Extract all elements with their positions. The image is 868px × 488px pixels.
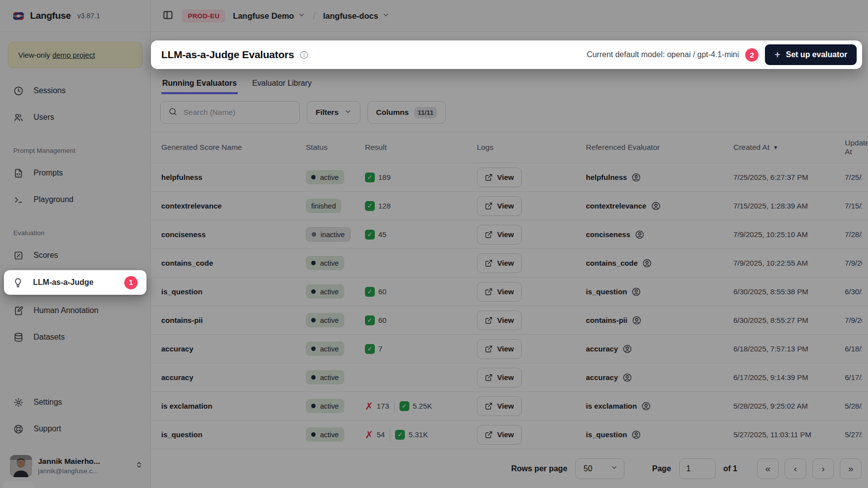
search-input[interactable]: [183, 108, 292, 117]
status-badge: active: [306, 399, 344, 413]
first-page-button[interactable]: «: [757, 458, 779, 479]
view-logs-button[interactable]: View: [477, 168, 522, 187]
page-number-input[interactable]: 1: [679, 458, 716, 479]
status-cell: active: [306, 399, 365, 413]
sidebar-item-human-annotation[interactable]: Human Annotation: [0, 299, 150, 322]
view-logs-button[interactable]: View: [477, 368, 522, 387]
table-row[interactable]: contains-piiactive✓60Viewcontains-pii6/3…: [151, 306, 868, 334]
referenced-evaluator[interactable]: contains-pii: [586, 315, 642, 325]
pass-check-icon: ✓: [365, 344, 375, 354]
table-row[interactable]: concisenessinactive✓45Viewconciseness7/9…: [151, 220, 868, 248]
clipboard-pen-icon: [13, 306, 24, 316]
avatar: [10, 455, 32, 477]
referenced-evaluator[interactable]: contextrelevance: [586, 201, 661, 211]
status-cell: active: [306, 342, 365, 356]
sidebar-item-settings[interactable]: Settings: [0, 390, 150, 414]
sidebar-section: EvaluationScoresLLM-as-a-Judge1Human Ann…: [0, 214, 150, 352]
pass-check-icon: ✓: [365, 173, 375, 182]
column-header-referenced-evaluator[interactable]: Referenced Evaluator: [586, 143, 733, 152]
status-dot: [311, 289, 316, 294]
column-header-result[interactable]: Result: [365, 143, 477, 152]
view-logs-button[interactable]: View: [477, 253, 522, 273]
referenced-evaluator[interactable]: is_question: [586, 430, 641, 440]
view-logs-button[interactable]: View: [477, 311, 522, 330]
prev-page-button[interactable]: ‹: [785, 458, 806, 479]
column-header-logs[interactable]: Logs: [477, 143, 586, 152]
referenced-evaluator[interactable]: contains_code: [586, 258, 652, 268]
sidebar-item-users[interactable]: Users: [0, 105, 150, 129]
view-logs-button[interactable]: View: [477, 425, 522, 445]
sidebar-section-label-evaluation: Evaluation: [0, 229, 150, 237]
columns-button[interactable]: Columns 11/11: [367, 101, 446, 124]
table-row[interactable]: is_questionactive✓60Viewis_question6/30/…: [151, 277, 868, 306]
breadcrumb-separator: /: [313, 10, 316, 22]
sidebar-item-datasets[interactable]: Datasets: [0, 325, 150, 349]
column-header-status[interactable]: Status: [306, 143, 365, 152]
referenced-evaluator[interactable]: is_question: [586, 287, 641, 297]
chat-widget-sliver[interactable]: [3, 481, 35, 488]
score-name-cell: is_question: [151, 430, 306, 439]
user-meta: Jannik Maierho... jannik@langfuse.c...: [38, 457, 129, 475]
column-header-created-at[interactable]: Created At▼: [733, 143, 845, 152]
referenced-evaluator[interactable]: accuracy: [586, 344, 632, 354]
view-logs-button[interactable]: View: [477, 196, 522, 216]
user-email: jannik@langfuse.c...: [38, 467, 129, 475]
sidebar-item-playground[interactable]: Playground: [0, 188, 150, 211]
sidebar-item-llm-as-a-judge[interactable]: LLM-as-a-Judge1: [4, 270, 146, 295]
created-at-cell: 6/30/2025, 8:55:38 PM: [733, 287, 845, 296]
view-label: View: [497, 345, 514, 353]
last-page-button[interactable]: »: [840, 458, 862, 479]
sidebar-item-support[interactable]: Support: [0, 417, 150, 441]
sidebar-item-prompts[interactable]: Prompts: [0, 161, 150, 185]
status-dot: [312, 232, 316, 237]
next-page-button[interactable]: ›: [812, 458, 834, 479]
view-logs-button[interactable]: View: [477, 339, 522, 359]
referenced-evaluator-name: helpfulness: [586, 173, 627, 181]
referenced-evaluator[interactable]: helpfulness: [586, 173, 641, 182]
pagination-nav: «‹›»: [757, 458, 862, 479]
referenced-evaluator[interactable]: accuracy: [586, 373, 632, 383]
table-row[interactable]: accuracyactiveViewaccuracy6/17/2025, 9:1…: [151, 363, 868, 391]
org-switcher[interactable]: Langfuse Demo: [233, 11, 305, 21]
table-row[interactable]: is_questionactive✗54✓5.31KViewis_questio…: [151, 420, 868, 449]
tab-evaluator-library[interactable]: Evaluator Library: [251, 76, 313, 94]
table-row[interactable]: helpfulnessactive✓189Viewhelpfulness7/25…: [151, 163, 868, 191]
rows-per-page-select[interactable]: 50: [575, 458, 624, 479]
referenced-evaluator-name: is exclamation: [586, 402, 637, 410]
scores-icon: [13, 250, 24, 261]
table-row[interactable]: is exclamationactive✗173✓5.25KViewis exc…: [151, 391, 868, 420]
table-row[interactable]: contains_codeactiveViewcontains_code7/9/…: [151, 248, 868, 277]
search-box[interactable]: [160, 101, 300, 124]
referenced-evaluator[interactable]: is exclamation: [586, 401, 651, 411]
demo-project-link[interactable]: demo project: [52, 51, 95, 59]
page-header-spotlight: LLM-as-a-Judge Evaluators Current defaul…: [151, 40, 862, 69]
chevron-down-icon: [344, 108, 352, 117]
created-at-value: 7/25/2025, 6:27:37 PM: [733, 173, 808, 181]
created-at-value: 7/15/2025, 1:28:39 AM: [733, 202, 808, 210]
sidebar-toggle-button[interactable]: [161, 8, 175, 23]
sidebar-item-scores[interactable]: Scores: [0, 244, 150, 267]
project-switcher[interactable]: langfuse-docs: [323, 11, 390, 21]
table-row[interactable]: accuracyactive✓7Viewaccuracy6/18/2025, 7…: [151, 334, 868, 363]
view-logs-button[interactable]: View: [477, 396, 522, 416]
view-logs-button[interactable]: View: [477, 282, 522, 302]
view-logs-button[interactable]: View: [477, 225, 522, 244]
sidebar-item-label: Datasets: [34, 333, 65, 342]
updated-at-cell: 5/27/2: [845, 430, 868, 439]
column-header-generated-score-name[interactable]: Generated Score Name: [151, 143, 306, 152]
search-icon: [168, 107, 178, 118]
column-header-updated-at[interactable]: Updated At: [845, 139, 868, 156]
sidebar-item-sessions[interactable]: Sessions: [0, 79, 150, 103]
database-icon: [13, 332, 24, 343]
filters-button[interactable]: Filters: [307, 101, 361, 124]
table-row[interactable]: contextrelevancefinished✓128Viewcontextr…: [151, 191, 868, 220]
external-link-icon: [485, 231, 493, 239]
info-icon[interactable]: [299, 50, 309, 60]
score-name-cell: accuracy: [151, 373, 306, 382]
status-label: active: [320, 431, 339, 439]
pass-count: ✓60: [365, 315, 387, 325]
tab-running-evaluators[interactable]: Running Evaluators: [161, 76, 238, 94]
set-up-evaluator-button[interactable]: + Set up evaluator: [765, 44, 857, 65]
referenced-evaluator[interactable]: conciseness: [586, 230, 645, 240]
external-link-icon: [485, 402, 493, 410]
